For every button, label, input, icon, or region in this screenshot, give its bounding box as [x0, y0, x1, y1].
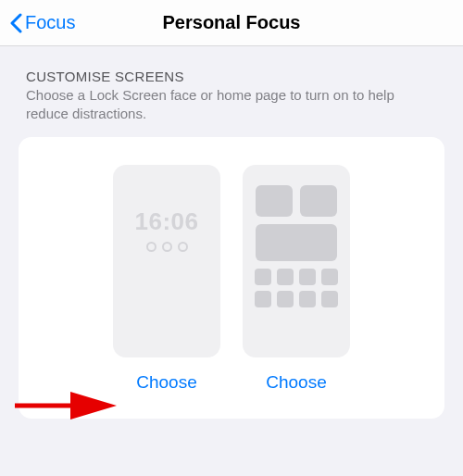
widget-dot-icon [162, 242, 172, 252]
choose-lock-screen-button[interactable]: Choose [136, 372, 197, 393]
app-icon [300, 185, 337, 217]
widget-row [256, 185, 337, 217]
chevron-left-icon [9, 13, 23, 33]
lock-screen-preview-column: 16:06 Choose [113, 165, 220, 393]
section-description: Choose a Lock Screen face or home page t… [19, 86, 444, 124]
app-icon [299, 291, 316, 307]
customise-card: 16:06 Choose [19, 137, 444, 419]
app-icon [321, 269, 338, 285]
content: CUSTOMISE SCREENS Choose a Lock Screen f… [0, 46, 463, 419]
app-icon [277, 269, 294, 285]
back-button[interactable]: Focus [9, 12, 75, 33]
lock-screen-mock[interactable]: 16:06 [113, 165, 220, 357]
widget-dot-icon [146, 242, 156, 252]
section-label: CUSTOMISE SCREENS [19, 69, 444, 84]
widget-row [256, 224, 337, 261]
app-icon [277, 291, 294, 307]
app-grid [255, 269, 338, 307]
lock-widget-dots [146, 242, 188, 252]
home-screen-mock[interactable] [243, 165, 350, 357]
app-icon [299, 269, 316, 285]
lock-clock: 16:06 [135, 207, 199, 236]
page-title: Personal Focus [163, 12, 301, 33]
app-icon [255, 269, 271, 285]
widget-dot-icon [178, 242, 188, 252]
back-label: Focus [25, 12, 75, 33]
app-icon [256, 185, 293, 217]
app-icon [321, 291, 338, 307]
nav-header: Focus Personal Focus [0, 0, 463, 46]
home-screen-preview-column: Choose [243, 165, 350, 393]
app-icon [255, 291, 271, 307]
widget-icon [256, 224, 337, 261]
choose-home-screen-button[interactable]: Choose [266, 372, 327, 393]
